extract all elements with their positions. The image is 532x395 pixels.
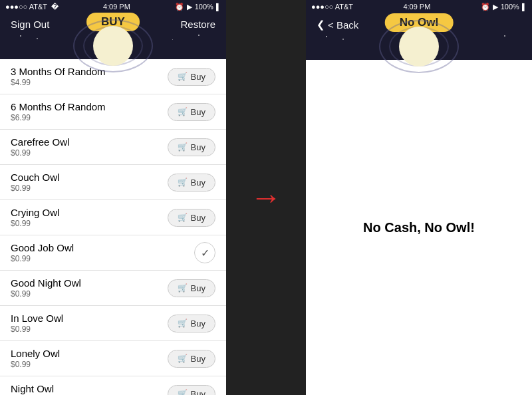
arc-ring-inner <box>83 26 143 66</box>
right-status-bar: ●●●○○ AT&T 4:09 PM ⏰ ▶ 100% ▌ <box>306 0 532 13</box>
star-dot <box>20 35 21 37</box>
item-info-4: Crying Owl$0.99 <box>11 207 59 228</box>
item-price-2: $0.99 <box>11 148 69 158</box>
right-content-area: No Cash, No Owl! <box>306 60 532 395</box>
right-status-right: ⏰ ▶ 100% ▌ <box>481 3 527 11</box>
cart-icon-4: 🛒 <box>178 213 188 222</box>
left-bluetooth-icon: ▶ <box>187 3 192 11</box>
item-price-3: $0.99 <box>11 184 59 193</box>
right-carrier: ●●●○○ AT&T <box>311 3 353 11</box>
buy-button-0[interactable]: 🛒Buy <box>168 68 215 86</box>
purchase-item-4: Crying Owl$0.99🛒Buy <box>0 200 226 235</box>
purchase-item-7: In Love Owl$0.99🛒Buy <box>0 306 226 341</box>
chevron-left-icon: ❮ <box>317 19 325 31</box>
buy-button-8[interactable]: 🛒Buy <box>168 350 215 368</box>
middle-divider: → <box>226 0 306 395</box>
item-info-8: Lonely Owl$0.99 <box>11 348 60 369</box>
item-info-9: Night Owl$0.99 <box>11 383 54 395</box>
right-status-left: ●●●○○ AT&T <box>311 3 353 11</box>
purchase-item-8: Lonely Owl$0.99🛒Buy <box>0 341 226 376</box>
right-alarm-icon: ⏰ <box>481 3 490 11</box>
purchase-item-5: Good Job Owl$0.99✓ <box>0 235 226 271</box>
buy-label-6: Buy <box>191 283 205 293</box>
item-price-6: $0.99 <box>11 289 81 299</box>
item-price-4: $0.99 <box>11 219 59 228</box>
item-name-2: Carefree Owl <box>11 136 69 148</box>
left-time: 4:09 PM <box>103 3 130 11</box>
right-battery-icon: ▌ <box>522 3 527 11</box>
item-price-5: $0.99 <box>11 254 74 263</box>
cart-icon-1: 🛒 <box>178 107 188 116</box>
left-alarm-icon: ⏰ <box>175 3 184 11</box>
item-name-7: In Love Owl <box>11 313 63 324</box>
right-battery: 100% <box>501 3 519 11</box>
star-dot <box>172 39 173 40</box>
item-price-1: $6.99 <box>11 113 106 122</box>
cart-icon-0: 🛒 <box>178 72 188 81</box>
left-carrier: ●●●○○ AT&T <box>5 3 47 11</box>
restore-button[interactable]: Restore <box>180 19 215 30</box>
item-name-1: 6 Months Of Random <box>11 101 106 112</box>
item-info-0: 3 Months Of Random$4.99 <box>11 66 106 87</box>
buy-button-1[interactable]: 🛒Buy <box>168 103 215 121</box>
buy-button-7[interactable]: 🛒Buy <box>168 315 215 332</box>
buy-label-3: Buy <box>191 178 205 188</box>
back-button[interactable]: ❮ < Back <box>317 19 358 31</box>
cart-icon-2: 🛒 <box>178 142 188 152</box>
cart-icon-8: 🛒 <box>178 354 188 363</box>
buy-label-9: Buy <box>191 389 205 396</box>
no-cash-text: No Cash, No Owl! <box>363 220 475 235</box>
item-price-7: $0.99 <box>11 325 63 334</box>
item-name-6: Good Night Owl <box>11 277 81 289</box>
buy-button-9[interactable]: 🛒Buy <box>168 385 215 396</box>
star-dot <box>198 35 200 36</box>
arrow-icon: → <box>250 182 282 213</box>
item-info-6: Good Night Owl$0.99 <box>11 277 81 299</box>
left-moon-area <box>0 33 226 53</box>
purchase-item-2: Carefree Owl$0.99🛒Buy <box>0 130 226 165</box>
buy-button-2[interactable]: 🛒Buy <box>168 138 215 156</box>
cart-icon-7: 🛒 <box>178 319 188 328</box>
item-name-8: Lonely Owl <box>11 348 60 359</box>
buy-label-2: Buy <box>191 142 205 152</box>
sign-out-button[interactable]: Sign Out <box>11 19 49 30</box>
item-info-7: In Love Owl$0.99 <box>11 313 63 334</box>
item-price-8: $0.99 <box>11 360 60 369</box>
right-moon-area <box>306 33 532 53</box>
star-dot <box>342 39 344 40</box>
left-battery-icon: ▌ <box>216 3 221 11</box>
star-dot <box>326 36 327 37</box>
left-items-list: 3 Months Of Random$4.99🛒Buy6 Months Of R… <box>0 59 226 395</box>
buy-button-4[interactable]: 🛒Buy <box>168 209 215 227</box>
purchase-item-3: Couch Owl$0.99🛒Buy <box>0 165 226 200</box>
left-status-right: ⏰ ▶ 100% ▌ <box>175 3 221 11</box>
purchased-checkmark-5: ✓ <box>194 242 215 263</box>
buy-label-4: Buy <box>191 213 205 223</box>
item-info-2: Carefree Owl$0.99 <box>11 136 69 158</box>
item-name-3: Couch Owl <box>11 172 59 183</box>
back-label: < Back <box>328 19 358 31</box>
star-dot <box>37 38 38 39</box>
left-status-left: ●●●○○ AT&T � <box>5 3 59 11</box>
purchase-item-9: Night Owl$0.99🛒Buy <box>0 376 226 395</box>
left-panel: ●●●○○ AT&T � 4:09 PM ⏰ ▶ 100% ▌ Sign Out… <box>0 0 226 395</box>
purchase-item-1: 6 Months Of Random$6.99🛒Buy <box>0 94 226 130</box>
cart-icon-3: 🛒 <box>178 178 188 187</box>
right-time: 4:09 PM <box>403 3 430 11</box>
buy-label-7: Buy <box>191 319 205 329</box>
buy-button-3[interactable]: 🛒Buy <box>168 174 215 192</box>
item-price-0: $4.99 <box>11 78 106 87</box>
left-status-bar: ●●●○○ AT&T � 4:09 PM ⏰ ▶ 100% ▌ <box>0 0 226 13</box>
right-arc-ring-inner <box>389 27 449 66</box>
item-info-5: Good Job Owl$0.99 <box>11 242 74 263</box>
item-info-1: 6 Months Of Random$6.99 <box>11 101 106 122</box>
left-wifi-icon: � <box>51 3 59 11</box>
star-dot <box>504 35 505 37</box>
right-bluetooth-icon: ▶ <box>493 3 498 11</box>
buy-label-8: Buy <box>191 354 205 364</box>
buy-label-0: Buy <box>191 72 205 82</box>
purchase-item-6: Good Night Owl$0.99🛒Buy <box>0 271 226 306</box>
buy-button-6[interactable]: 🛒Buy <box>168 279 215 297</box>
item-name-4: Crying Owl <box>11 207 59 218</box>
right-panel: ●●●○○ AT&T 4:09 PM ⏰ ▶ 100% ▌ ❮ < Back N… <box>306 0 532 395</box>
